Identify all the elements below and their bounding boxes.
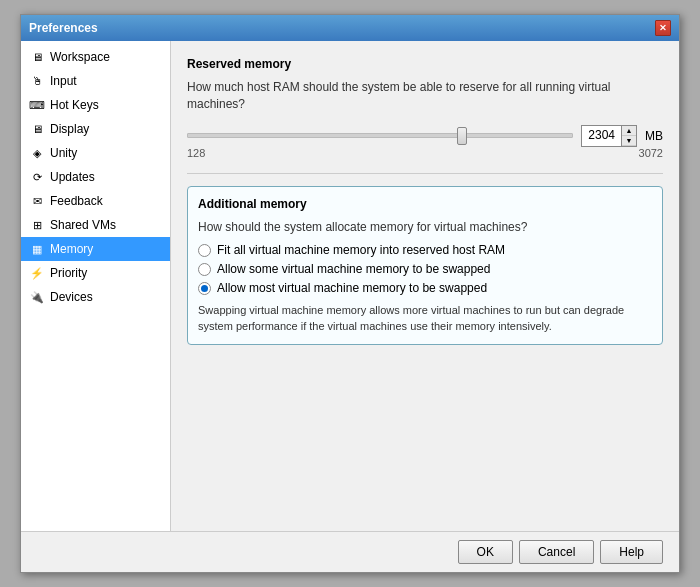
slider-range: 128 3072: [187, 147, 663, 159]
reserved-memory-desc: How much host RAM should the system be a…: [187, 79, 663, 113]
radio-item-fit_all[interactable]: Fit all virtual machine memory into rese…: [198, 243, 652, 257]
feedback-icon: ✉: [29, 193, 45, 209]
sidebar-item-priority[interactable]: ⚡Priority: [21, 261, 170, 285]
sidebar-item-input[interactable]: 🖱Input: [21, 69, 170, 93]
slider-min: 128: [187, 147, 205, 159]
section-divider: [187, 173, 663, 174]
sidebar-label-unity: Unity: [50, 146, 77, 160]
hotkeys-icon: ⌨: [29, 97, 45, 113]
slider-max: 3072: [639, 147, 663, 159]
radio-item-allow_some[interactable]: Allow some virtual machine memory to be …: [198, 262, 652, 276]
sidebar-item-memory[interactable]: ▦Memory: [21, 237, 170, 261]
sidebar-label-hotkeys: Hot Keys: [50, 98, 99, 112]
sharedvms-icon: ⊞: [29, 217, 45, 233]
updates-icon: ⟳: [29, 169, 45, 185]
sidebar-item-updates[interactable]: ⟳Updates: [21, 165, 170, 189]
sidebar-label-priority: Priority: [50, 266, 87, 280]
preferences-window: Preferences ✕ 🖥Workspace🖱Input⌨Hot Keys🖥…: [20, 14, 680, 573]
spinbox-value[interactable]: 2304: [582, 126, 622, 146]
sidebar-label-feedback: Feedback: [50, 194, 103, 208]
radio-fit_all[interactable]: [198, 244, 211, 257]
sidebar-label-sharedvms: Shared VMs: [50, 218, 116, 232]
input-icon: 🖱: [29, 73, 45, 89]
sidebar-item-unity[interactable]: ◈Unity: [21, 141, 170, 165]
sidebar-item-workspace[interactable]: 🖥Workspace: [21, 45, 170, 69]
priority-icon: ⚡: [29, 265, 45, 281]
slider-track[interactable]: [187, 133, 573, 138]
radio-label-allow_some: Allow some virtual machine memory to be …: [217, 262, 490, 276]
main-panel: Reserved memory How much host RAM should…: [171, 41, 679, 531]
sidebar-label-input: Input: [50, 74, 77, 88]
reserved-memory-title: Reserved memory: [187, 57, 663, 71]
sidebar-item-hotkeys[interactable]: ⌨Hot Keys: [21, 93, 170, 117]
slider-thumb[interactable]: [457, 127, 467, 145]
sidebar-label-display: Display: [50, 122, 89, 136]
sidebar-item-display[interactable]: 🖥Display: [21, 117, 170, 141]
help-button[interactable]: Help: [600, 540, 663, 564]
spinbox-down-button[interactable]: ▼: [622, 136, 636, 146]
sidebar-item-devices[interactable]: 🔌Devices: [21, 285, 170, 309]
memory-unit: MB: [645, 129, 663, 143]
cancel-button[interactable]: Cancel: [519, 540, 594, 564]
sidebar: 🖥Workspace🖱Input⌨Hot Keys🖥Display◈Unity⟳…: [21, 41, 171, 531]
spinbox-up-button[interactable]: ▲: [622, 126, 636, 136]
sidebar-label-workspace: Workspace: [50, 50, 110, 64]
title-bar-controls: ✕: [655, 20, 671, 36]
spinbox-buttons: ▲ ▼: [622, 126, 636, 146]
title-bar: Preferences ✕: [21, 15, 679, 41]
reserved-memory-section: Reserved memory How much host RAM should…: [187, 57, 663, 159]
window-title: Preferences: [29, 21, 98, 35]
sidebar-label-memory: Memory: [50, 242, 93, 256]
additional-memory-desc: How should the system allocate memory fo…: [198, 219, 652, 236]
workspace-icon: 🖥: [29, 49, 45, 65]
radio-group: Fit all virtual machine memory into rese…: [198, 243, 652, 295]
display-icon: 🖥: [29, 121, 45, 137]
memory-spinbox: 2304 ▲ ▼: [581, 125, 637, 147]
sidebar-item-feedback[interactable]: ✉Feedback: [21, 189, 170, 213]
sidebar-item-sharedvms[interactable]: ⊞Shared VMs: [21, 213, 170, 237]
sidebar-label-devices: Devices: [50, 290, 93, 304]
radio-allow_most[interactable]: [198, 282, 211, 295]
radio-allow_some[interactable]: [198, 263, 211, 276]
sidebar-label-updates: Updates: [50, 170, 95, 184]
footer: OK Cancel Help: [21, 531, 679, 572]
memory-icon: ▦: [29, 241, 45, 257]
content-area: 🖥Workspace🖱Input⌨Hot Keys🖥Display◈Unity⟳…: [21, 41, 679, 531]
ok-button[interactable]: OK: [458, 540, 513, 564]
radio-label-allow_most: Allow most virtual machine memory to be …: [217, 281, 487, 295]
additional-memory-title: Additional memory: [198, 197, 652, 211]
unity-icon: ◈: [29, 145, 45, 161]
close-button[interactable]: ✕: [655, 20, 671, 36]
devices-icon: 🔌: [29, 289, 45, 305]
additional-memory-section: Additional memory How should the system …: [187, 186, 663, 346]
radio-item-allow_most[interactable]: Allow most virtual machine memory to be …: [198, 281, 652, 295]
slider-container: 2304 ▲ ▼ MB: [187, 125, 663, 147]
radio-label-fit_all: Fit all virtual machine memory into rese…: [217, 243, 505, 257]
swap-note: Swapping virtual machine memory allows m…: [198, 303, 652, 334]
